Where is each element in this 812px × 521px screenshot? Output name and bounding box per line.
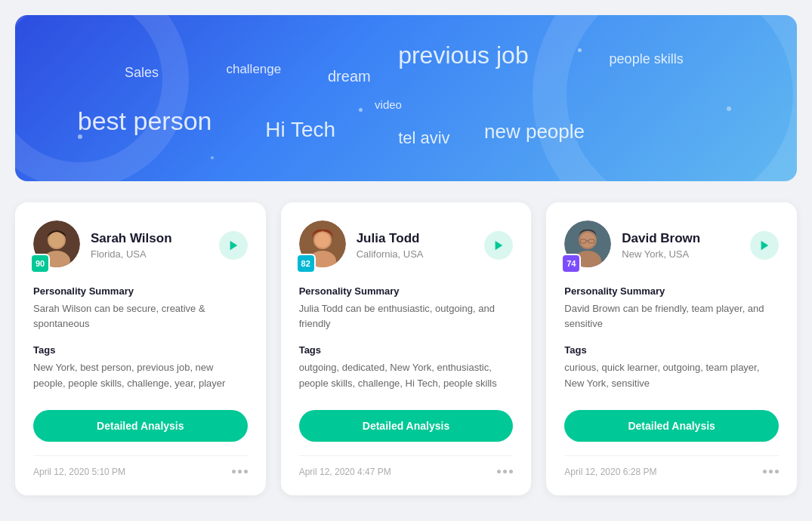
name-location-david: David Brown New York, USA	[622, 231, 700, 260]
score-badge-david: 74	[561, 254, 581, 273]
svg-marker-17	[761, 241, 769, 250]
personality-text-david: David Brown can be friendly, team player…	[564, 301, 779, 331]
score-badge-julia: 82	[296, 254, 316, 273]
score-badge-sarah: 90	[30, 254, 50, 273]
svg-point-8	[315, 233, 330, 248]
detailed-analysis-button-julia[interactable]: Detailed Analysis	[299, 410, 514, 442]
play-button-david[interactable]	[750, 231, 779, 260]
detailed-analysis-button-david[interactable]: Detailed Analysis	[564, 410, 779, 442]
card-footer-sarah: April 12, 2020 5:10 PM	[33, 455, 248, 477]
play-button-sarah[interactable]	[219, 231, 248, 260]
word-people-skills: people skills	[610, 51, 684, 67]
card-header-julia: 82 Julia Todd California, USA	[299, 220, 514, 270]
personality-text-julia: Julia Todd can be enthusiastic, outgoing…	[299, 301, 514, 331]
more-button-julia[interactable]	[497, 470, 513, 473]
more-button-sarah[interactable]	[232, 470, 248, 473]
word-sales: Sales	[125, 65, 159, 81]
svg-marker-4	[230, 241, 237, 250]
svg-point-13	[580, 233, 595, 248]
timestamp-sarah: April 12, 2020 5:10 PM	[33, 467, 125, 477]
svg-point-3	[49, 233, 64, 248]
svg-marker-9	[496, 241, 503, 250]
avatar-wrapper-sarah: 90	[33, 220, 80, 270]
word-cloud-banner: Sales challenge dream previous job peopl…	[15, 15, 797, 181]
personality-label-david: Personality Summary	[564, 285, 779, 297]
word-previous-job: previous job	[398, 42, 529, 69]
tags-text-david: curious, quick learner, outgoing, team p…	[564, 360, 779, 392]
card-header-david: 74 David Brown New York, USA	[564, 220, 779, 270]
timestamp-david: April 12, 2020 6:28 PM	[564, 467, 656, 477]
word-video: video	[375, 98, 402, 111]
word-new-people: new people	[484, 120, 585, 143]
card-footer-julia: April 12, 2020 4:47 PM	[299, 455, 514, 477]
more-button-david[interactable]	[763, 470, 779, 473]
avatar-wrapper-julia: 82	[299, 220, 346, 270]
avatar-wrapper-david: 74	[564, 220, 611, 270]
word-dream: dream	[328, 68, 371, 85]
word-best-person: best person	[78, 106, 212, 136]
timestamp-julia: April 12, 2020 4:47 PM	[299, 467, 391, 477]
word-cloud-inner: Sales challenge dream previous job peopl…	[15, 15, 797, 181]
cards-container: 90 Sarah Wilson Florida, USA Personality…	[15, 202, 797, 495]
card-sarah: 90 Sarah Wilson Florida, USA Personality…	[15, 202, 266, 495]
card-header-sarah: 90 Sarah Wilson Florida, USA	[33, 220, 248, 270]
word-hi-tech: Hi Tech	[265, 118, 335, 142]
tags-text-sarah: New York, best person, previous job, new…	[33, 360, 248, 392]
word-tel-aviv: tel aviv	[398, 128, 449, 148]
word-challenge: challenge	[226, 62, 281, 77]
detailed-analysis-button-sarah[interactable]: Detailed Analysis	[33, 410, 248, 442]
name-location-julia: Julia Todd California, USA	[357, 231, 424, 260]
personality-text-sarah: Sarah Wilson can be secure, creative & s…	[33, 301, 248, 331]
card-david: 74 David Brown New York, USA Personality…	[546, 202, 797, 495]
tags-label-julia: Tags	[299, 344, 514, 356]
play-button-julia[interactable]	[484, 231, 513, 260]
tags-text-julia: outgoing, dedicated, New York, enthusias…	[299, 360, 514, 392]
personality-label-sarah: Personality Summary	[33, 285, 248, 297]
card-julia: 82 Julia Todd California, USA Personalit…	[281, 202, 532, 495]
tags-label-david: Tags	[564, 344, 779, 356]
card-footer-david: April 12, 2020 6:28 PM	[564, 455, 779, 477]
tags-label-sarah: Tags	[33, 344, 248, 356]
personality-label-julia: Personality Summary	[299, 285, 514, 297]
name-location-sarah: Sarah Wilson Florida, USA	[91, 231, 172, 260]
